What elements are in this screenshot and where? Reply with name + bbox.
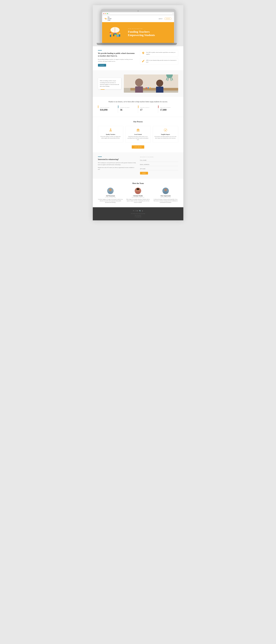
svg-marker-34 xyxy=(136,128,140,130)
stat-text-1: Over 94% of public school teachers spend… xyxy=(146,52,177,55)
logo-icon: ৎ৮ xyxy=(105,17,107,20)
stat-label-0: Amount Donated xyxy=(100,107,116,108)
svg-rect-6 xyxy=(110,34,111,37)
svg-point-22 xyxy=(156,80,163,87)
stat-value-3: 17,000 xyxy=(160,108,176,111)
classroom-photo xyxy=(124,74,178,93)
svg-rect-42 xyxy=(136,192,140,194)
give-online-button[interactable]: GIVE ONLINE xyxy=(132,145,144,148)
svg-rect-46 xyxy=(164,192,168,194)
stat-item-3: Impacted Students 17,000 xyxy=(158,106,178,113)
email-input[interactable] xyxy=(140,163,178,166)
photo-caption-card: With our funding, teachers can get every… xyxy=(98,78,121,89)
hero-svg xyxy=(105,26,125,39)
linkedin-icon[interactable]: in xyxy=(137,210,138,212)
stat-text-2: 100% of your donation helps provide reso… xyxy=(146,60,177,63)
team-card-2: Peter Squicciarini PROGRAM DIRECTOR A so… xyxy=(153,188,178,203)
facebook-icon[interactable]: f xyxy=(133,210,134,212)
team-role-0: OUTREACH DIRECTOR xyxy=(98,197,123,198)
laptop-screen: ৎ৮ The Teacher Fund ABOUT DONATE xyxy=(102,12,174,43)
stat-label-1: Funded Teachers xyxy=(120,107,136,108)
submit-button[interactable]: SUBMIT xyxy=(140,172,148,174)
site-header: ৎ৮ The Teacher Fund ABOUT DONATE xyxy=(102,16,174,22)
volunteer-desc-1: We're looking for a non-profit lawyer an… xyxy=(98,162,136,166)
value-right: Over 94% of public school teachers spend… xyxy=(140,50,178,66)
footer-line2: EIN: 83-2201032 xyxy=(98,214,178,216)
stats-heading: Thanks to our donors, we've been able to… xyxy=(98,100,178,103)
process-grid: Quality Teachers We provide funding so t… xyxy=(98,126,178,143)
donate-button[interactable]: DONATE xyxy=(98,64,106,66)
hero-tag: WE'RE THE TEACHER FUND xyxy=(128,28,171,29)
svg-rect-25 xyxy=(148,87,149,88)
maximize-dot xyxy=(107,13,108,14)
stat-item-1: Funded Teachers 36 xyxy=(118,106,138,113)
stat-label-3: Impacted Students xyxy=(160,107,176,108)
hero-illustration xyxy=(105,26,125,39)
process-heading: Our Process xyxy=(98,121,178,123)
team-name-1: Christine Woeller xyxy=(126,195,150,196)
svg-point-45 xyxy=(164,189,167,191)
svg-point-38 xyxy=(109,189,112,191)
url-bar xyxy=(109,13,173,14)
laptop-section: ৎ৮ The Teacher Fund ABOUT DONATE xyxy=(93,5,183,46)
blue-accent-line-2 xyxy=(98,156,102,157)
svg-point-7 xyxy=(113,33,114,34)
stat-value-2: 17 xyxy=(140,108,156,111)
donate-button-header[interactable]: DONATE xyxy=(164,18,171,20)
zip-input[interactable] xyxy=(140,168,178,170)
hero-title: Funding Teachers Empowering Students xyxy=(128,30,171,37)
minimize-dot xyxy=(105,13,106,14)
svg-rect-1 xyxy=(115,27,115,32)
nav: ABOUT DONATE xyxy=(159,18,171,20)
logo-area: ৎ৮ The Teacher Fund xyxy=(105,16,112,21)
process-desc-1: Partnering with nearby schools ensures w… xyxy=(127,136,149,140)
team-avatar-0 xyxy=(107,188,114,194)
laptop-camera xyxy=(138,10,138,12)
instagram-icon[interactable]: 📷 xyxy=(139,210,141,212)
svg-point-16 xyxy=(143,52,144,53)
process-cta: GIVE ONLINE xyxy=(98,145,178,148)
svg-rect-23 xyxy=(156,87,163,93)
svg-line-12 xyxy=(110,32,110,32)
form-label: REGISTER TO VOLUNTEER xyxy=(140,156,178,158)
svg-point-11 xyxy=(110,32,111,34)
team-bio-0: A software engineer at Google, Joel form… xyxy=(98,198,123,203)
nav-about[interactable]: ABOUT xyxy=(159,18,163,20)
laptop-base xyxy=(97,43,177,45)
stats-section: Thanks to our donors, we've been able to… xyxy=(93,97,183,117)
svg-point-20 xyxy=(135,78,143,86)
team-card-0: Joel Wasserman OUTREACH DIRECTOR A softw… xyxy=(98,188,123,203)
team-avatar-1 xyxy=(135,188,141,194)
team-bio-2: A software developer at Amazon and lovin… xyxy=(153,198,178,203)
team-bio-1: With a degree in secondary education, Ch… xyxy=(126,198,150,203)
impact-icon xyxy=(155,128,177,133)
svg-rect-21 xyxy=(135,86,143,93)
svg-point-9 xyxy=(119,33,120,34)
social-links: f t in 📷 p xyxy=(98,210,178,212)
team-grid: Joel Wasserman OUTREACH DIRECTOR A softw… xyxy=(98,188,178,203)
process-title-2: Tangible Impact xyxy=(155,134,177,135)
svg-point-32 xyxy=(110,128,111,130)
team-name-2: Peter Squicciarini xyxy=(153,195,178,196)
logo-text: The Teacher Fund xyxy=(108,16,112,21)
footer-text: The Teacher Fund is 501(c)(3) pending EI… xyxy=(98,213,178,218)
hero-text: WE'RE THE TEACHER FUND Funding Teachers … xyxy=(125,28,171,37)
footer-line1: The Teacher Fund is 501(c)(3) pending xyxy=(98,213,178,214)
stat-card-1: Over 94% of public school teachers spend… xyxy=(140,50,178,57)
hero-section: WE'RE THE TEACHER FUND Funding Teachers … xyxy=(102,22,174,43)
svg-rect-24 xyxy=(146,88,147,88)
team-card-1: Christine Woeller DEVELOPMENT DIRECTOR W… xyxy=(126,188,150,203)
pencil-icon xyxy=(142,60,145,63)
process-title-1: Local Schools xyxy=(127,134,149,135)
svg-rect-39 xyxy=(108,192,112,194)
volunteer-form: REGISTER TO VOLUNTEER SUBMIT xyxy=(140,156,178,174)
stats-grid: Amount Donated $10,090 Funded Teachers 3… xyxy=(98,106,178,113)
value-left: We provide funding to public school clas… xyxy=(98,50,136,66)
value-prop-section: We provide funding to public school clas… xyxy=(93,46,183,70)
name-input[interactable] xyxy=(140,159,178,162)
pinterest-icon[interactable]: p xyxy=(142,210,143,212)
team-role-1: DEVELOPMENT DIRECTOR xyxy=(126,197,150,198)
team-avatar-2 xyxy=(162,188,169,194)
laptop-mockup: ৎ৮ The Teacher Fund ABOUT DONATE xyxy=(101,9,176,43)
twitter-icon[interactable]: t xyxy=(135,210,135,212)
